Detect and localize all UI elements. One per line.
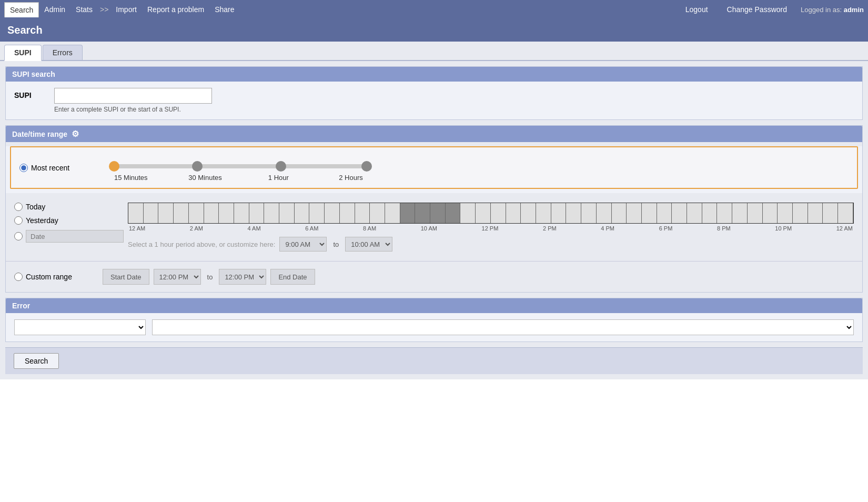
timeline-cell[interactable] <box>778 203 793 223</box>
gear-icon[interactable]: ⚙ <box>72 129 79 139</box>
timeline-cell[interactable] <box>295 203 310 223</box>
most-recent-label[interactable]: Most recent <box>19 164 104 172</box>
timeline-cell[interactable] <box>642 203 657 223</box>
nav-admin[interactable]: Admin <box>39 1 70 18</box>
timeline-label: 8 PM <box>717 225 731 232</box>
timeline-cell[interactable] <box>460 203 476 223</box>
timeline-label: 2 AM <box>190 225 203 232</box>
timeline-cell[interactable] <box>566 203 581 223</box>
timeline-cell[interactable] <box>249 203 265 223</box>
nav-change-password[interactable]: Change Password <box>722 1 792 18</box>
end-date-btn[interactable]: End Date <box>270 269 315 285</box>
today-radio[interactable] <box>14 203 23 211</box>
nav-import[interactable]: Import <box>110 1 142 18</box>
timeline-cell[interactable] <box>446 203 461 223</box>
slider-dot-3[interactable] <box>361 161 372 172</box>
start-date-btn[interactable]: Start Date <box>103 269 149 285</box>
timeline-cell[interactable] <box>370 203 385 223</box>
timeline-cell[interactable] <box>309 203 325 223</box>
slider-label-1: 30 Minutes <box>188 174 222 182</box>
timeline-cell[interactable] <box>506 203 521 223</box>
timeline-label: 4 PM <box>601 225 614 232</box>
error-section-header: Error <box>6 298 862 313</box>
timeline-cell[interactable] <box>325 203 340 223</box>
slider-dot-1[interactable] <box>192 161 203 172</box>
nav-logout[interactable]: Logout <box>680 1 713 18</box>
timeline-label: 8 AM <box>363 225 376 232</box>
timeline-cell[interactable] <box>823 203 838 223</box>
time-to-select[interactable]: 10:00 AM 11:00 AM <box>345 237 392 252</box>
timeline-cell[interactable] <box>279 203 295 223</box>
most-recent-radio[interactable] <box>19 164 28 172</box>
timeline-cell[interactable] <box>264 203 279 223</box>
yesterday-radio[interactable] <box>14 216 23 225</box>
supi-row: SUPI Enter a complete SUPI or the start … <box>14 88 854 113</box>
slider-dot-2[interactable] <box>276 161 286 172</box>
timeline-cell[interactable] <box>627 203 642 223</box>
tab-supi[interactable]: SUPI <box>4 45 42 61</box>
timeline-cell[interactable] <box>491 203 506 223</box>
custom-range-radio[interactable] <box>14 273 23 281</box>
supi-input-wrap: Enter a complete SUPI or the start of a … <box>54 88 212 113</box>
date-radio[interactable] <box>14 232 23 240</box>
timeline-cell[interactable] <box>158 203 174 223</box>
timeline-cell[interactable] <box>581 203 597 223</box>
timeline-bar[interactable] <box>128 203 854 224</box>
nav-stats[interactable]: Stats <box>70 1 98 18</box>
timeline-cell[interactable] <box>748 203 763 223</box>
supi-input[interactable] <box>54 88 212 104</box>
search-button[interactable]: Search <box>14 353 59 369</box>
time-from-select[interactable]: 9:00 AM 10:00 AM <box>279 237 327 252</box>
timeline-cell[interactable] <box>808 203 823 223</box>
timeline-cell[interactable] <box>717 203 732 223</box>
timeline-cell[interactable] <box>340 203 355 223</box>
timeline-cell[interactable] <box>536 203 551 223</box>
timeline-cell[interactable] <box>672 203 687 223</box>
timeline-cell[interactable] <box>385 203 400 223</box>
yesterday-label[interactable]: Yesterday <box>14 216 124 225</box>
custom-time-from-select[interactable]: 12:00 PM <box>154 269 201 285</box>
timeline-label: 4 AM <box>248 225 261 232</box>
timeline-cell[interactable] <box>355 203 370 223</box>
timeline-cell[interactable] <box>144 203 159 223</box>
slider-track[interactable] <box>114 164 367 168</box>
timeline-cell[interactable] <box>430 203 446 223</box>
today-label[interactable]: Today <box>14 203 124 211</box>
timeline-cell[interactable] <box>702 203 718 223</box>
slider-dot-0[interactable] <box>109 161 119 172</box>
timeline-cell[interactable] <box>657 203 672 223</box>
date-input[interactable] <box>26 230 124 243</box>
to-text-2: to <box>205 273 215 281</box>
tab-errors[interactable]: Errors <box>43 45 83 60</box>
timeline-cell[interactable] <box>763 203 778 223</box>
timeline-cell[interactable] <box>415 203 430 223</box>
timeline-cell[interactable] <box>219 203 234 223</box>
timeline-cell[interactable] <box>400 203 416 223</box>
date-label[interactable] <box>14 230 124 243</box>
timeline-cell[interactable] <box>687 203 702 223</box>
custom-time-to-select[interactable]: 12:00 PM <box>219 269 266 285</box>
supi-body: SUPI Enter a complete SUPI or the start … <box>6 82 862 119</box>
timeline-cell[interactable] <box>189 203 204 223</box>
nav-report-problem[interactable]: Report a problem <box>142 1 209 18</box>
timeline-cell[interactable] <box>521 203 536 223</box>
timeline-cell[interactable] <box>612 203 627 223</box>
timeline-cell[interactable] <box>551 203 567 223</box>
nav-search[interactable]: Search <box>4 2 39 17</box>
nav-right: Logout Change Password Logged in as: adm… <box>680 1 864 18</box>
to-text-1: to <box>331 240 341 248</box>
timeline-cell[interactable] <box>732 203 748 223</box>
nav-share[interactable]: Share <box>209 1 239 18</box>
error-select-2[interactable] <box>152 319 854 335</box>
timeline-cell[interactable] <box>128 203 144 223</box>
timeline-cell[interactable] <box>597 203 612 223</box>
timeline-cell[interactable] <box>476 203 491 223</box>
timeline-cell[interactable] <box>204 203 219 223</box>
timeline-cell[interactable] <box>793 203 808 223</box>
top-nav: Search Admin Stats >> Import Report a pr… <box>0 0 868 19</box>
timeline-cell[interactable] <box>838 203 853 223</box>
custom-range-label[interactable]: Custom range <box>14 273 98 281</box>
error-select-1[interactable] <box>14 319 146 335</box>
timeline-cell[interactable] <box>234 203 249 223</box>
timeline-cell[interactable] <box>174 203 189 223</box>
